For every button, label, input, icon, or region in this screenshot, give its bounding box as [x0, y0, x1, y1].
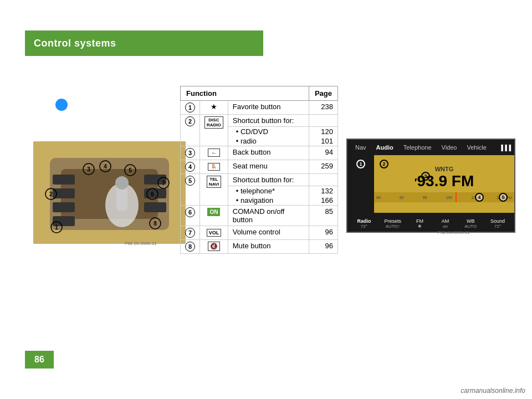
- table-row: 4 🪑 Seat menu 259: [181, 160, 338, 174]
- svg-rect-7: [53, 175, 75, 185]
- row-icon: VOL: [200, 226, 228, 240]
- svg-text:7: 7: [162, 180, 165, 186]
- screen-circle-3: 3: [421, 172, 430, 181]
- radio-nav-telephone[interactable]: Telephone: [399, 143, 436, 152]
- sub-function: • navigation: [228, 196, 309, 206]
- svg-text:3: 3: [87, 166, 90, 172]
- function-table: Function Page 1 ★ Favorite button 238 2 …: [180, 86, 338, 254]
- radio-nav-vehicle[interactable]: Vehicle: [462, 143, 490, 152]
- sub-function: • CD/DVD: [228, 127, 309, 137]
- row-page: 96: [309, 240, 337, 254]
- table-row: 1 ★ Favorite button 238: [181, 101, 338, 115]
- radio-nav-nav[interactable]: Nav: [351, 143, 371, 152]
- svg-text:5: 5: [129, 167, 132, 173]
- row-num: 4: [181, 160, 200, 174]
- row-page: [309, 115, 337, 127]
- svg-rect-9: [53, 202, 75, 212]
- sub-page: 120: [309, 127, 337, 137]
- table-row: 8 🔇 Mute button 96: [181, 240, 338, 254]
- page-title: Control systems: [34, 38, 116, 49]
- table-row: 5 TELNAVI Shortcut button for:: [181, 174, 338, 186]
- table-row: 3 ← Back button 94: [181, 146, 338, 160]
- radio-bottom-bar: Radio 72° Presets AUTO↑ FM ✱ AM on WB AU…: [347, 213, 514, 233]
- svg-point-6: [115, 176, 129, 190]
- bottom-sound[interactable]: Sound 72°: [488, 218, 508, 229]
- row-icon: ←: [200, 146, 228, 160]
- watermark: carmanualsonline.info: [461, 387, 525, 395]
- row-function: Seat menu: [228, 160, 309, 174]
- svg-rect-13: [144, 202, 166, 212]
- page-number: 86: [25, 351, 54, 369]
- row-icon: 🔇: [200, 240, 228, 254]
- row-page: 85: [309, 206, 337, 226]
- bottom-radio[interactable]: Radio 72°: [354, 218, 374, 229]
- sub-page: 132: [309, 186, 337, 196]
- row-num: 2: [181, 115, 200, 146]
- row-function: Back button: [228, 146, 309, 160]
- bottom-presets[interactable]: Presets AUTO↑: [383, 218, 403, 229]
- row-function: Favorite button: [228, 101, 309, 115]
- row-num: 8: [181, 240, 200, 254]
- sub-page: 101: [309, 136, 337, 146]
- row-page: [309, 174, 337, 186]
- row-icon: ON: [200, 206, 228, 226]
- row-page: 238: [309, 101, 337, 115]
- row-num: 3: [181, 146, 200, 160]
- bottom-am[interactable]: AM on: [437, 218, 453, 229]
- row-num: 1: [181, 101, 200, 115]
- table-row: 6 ON COMAND on/off button 85: [181, 206, 338, 226]
- station-name: WNTG: [435, 166, 454, 172]
- row-icon: 🪑: [200, 160, 228, 174]
- table-row: 7 VOL Volume control 96: [181, 226, 338, 240]
- bullet-dot: [55, 99, 68, 111]
- svg-text:2: 2: [49, 191, 53, 197]
- svg-text:6: 6: [151, 191, 154, 197]
- photo-credit-car: P68 20-3509-31: [125, 241, 156, 246]
- screen-circle-1: 1: [356, 160, 365, 168]
- row-page: 94: [309, 146, 337, 160]
- row-icon: TELNAVI: [200, 174, 228, 206]
- row-function: Shortcut button for:: [228, 174, 309, 186]
- row-function: COMAND on/off button: [228, 206, 309, 226]
- col-page-header: Page: [309, 86, 337, 101]
- svg-text:8: 8: [154, 221, 157, 227]
- row-num: 5: [181, 174, 200, 206]
- sub-function: • telephone*: [228, 186, 309, 196]
- bottom-wb[interactable]: WB AUTO: [462, 218, 479, 229]
- row-page: 259: [309, 160, 337, 174]
- tuner-bar: 889095100105110 MHz 4 5: [374, 192, 514, 202]
- tuner-marker: [456, 192, 457, 202]
- screen-circle-2: 2: [380, 160, 388, 168]
- bottom-fm[interactable]: FM ✱: [412, 218, 428, 229]
- row-icon: DISCRADIO: [200, 115, 228, 146]
- header-bar: Control systems: [25, 30, 263, 56]
- row-icon: ★: [200, 101, 228, 115]
- sub-page: 166: [309, 196, 337, 206]
- photo-credit-radio: P82.86-6633-31: [438, 230, 469, 235]
- screen-circle-5: 5: [499, 193, 508, 202]
- row-num: 7: [181, 226, 200, 240]
- radio-nav-audio[interactable]: Audio: [372, 143, 398, 152]
- car-console-image: 1 2 3 4 5 6 7 8: [33, 141, 186, 244]
- row-function: Shortcut button for:: [228, 115, 309, 127]
- sub-function: • radio: [228, 136, 309, 146]
- radio-screen: Nav Audio Telephone Video Vehicle ▐▐▐ 1 …: [346, 139, 515, 233]
- svg-text:4: 4: [104, 163, 107, 170]
- row-num: 6: [181, 206, 200, 226]
- row-function: Volume control: [228, 226, 309, 240]
- row-page: 96: [309, 226, 337, 240]
- signal-icon: ▐▐▐: [499, 145, 511, 151]
- col-function-header: Function: [181, 86, 309, 101]
- radio-left-panel: 1: [347, 155, 374, 213]
- screen-circle-4: 4: [475, 193, 484, 202]
- radio-main-display: 2 3 WNTG ′93.9 FM 889095100105110 MHz 4 …: [374, 155, 514, 213]
- row-function: Mute button: [228, 240, 309, 254]
- svg-text:1: 1: [55, 224, 58, 231]
- radio-nav-bar: Nav Audio Telephone Video Vehicle ▐▐▐: [347, 140, 514, 155]
- radio-nav-video[interactable]: Video: [437, 143, 462, 152]
- table-row: 2 DISCRADIO Shortcut button for:: [181, 115, 338, 127]
